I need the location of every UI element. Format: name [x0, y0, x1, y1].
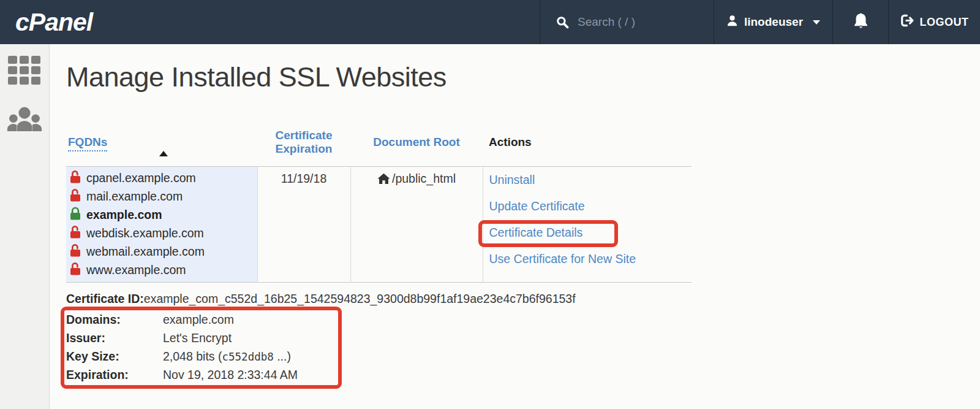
action-certificate-details[interactable]: Certificate Details	[489, 224, 583, 240]
username-label: linodeuser	[744, 15, 803, 29]
green-closed-lock-icon	[69, 207, 81, 224]
fqdn-item: webmail.example.com	[69, 243, 252, 261]
detail-row-domains: Domains: example.com	[66, 311, 334, 329]
caret-down-icon	[813, 20, 820, 25]
bell-icon	[853, 13, 869, 32]
sidebar	[0, 44, 50, 409]
grid-icon	[8, 56, 41, 88]
table-row: cpanel.example.com mail.example.com exam…	[66, 166, 692, 282]
fqdn-item: www.example.com	[69, 261, 252, 280]
navbar-right: linodeuser LOGOUT	[540, 0, 980, 44]
certificate-id-value: example_com_c552d_16b25_1542594823_9300d…	[144, 292, 576, 305]
red-open-lock-icon	[69, 170, 81, 187]
table-header-row: FQDNs Certificate Expiration Document Ro…	[66, 119, 692, 166]
detail-row-key-size: Key Size: 2,048 bits (c552ddb8 ...)	[66, 348, 334, 366]
action-use-certificate-new-site[interactable]: Use Certificate for New Site	[489, 251, 636, 267]
logout-label: LOGOUT	[920, 16, 969, 29]
search-section	[540, 0, 714, 44]
column-header-fqdns[interactable]: FQDNs	[68, 136, 107, 151]
action-uninstall[interactable]: Uninstall	[489, 172, 535, 188]
fqdns-cell: cpanel.example.com mail.example.com exam…	[66, 166, 257, 282]
column-header-actions: Actions	[483, 119, 692, 166]
home-icon	[377, 172, 392, 185]
column-header-certificate-expiration[interactable]: Certificate Expiration	[276, 129, 333, 155]
page-title: Manage Installed SSL Websites	[66, 58, 980, 97]
column-header-document-root[interactable]: Document Root	[373, 136, 459, 148]
document-root-cell: /public_html	[350, 166, 483, 282]
red-open-lock-icon	[69, 188, 81, 205]
ssl-websites-table: FQDNs Certificate Expiration Document Ro…	[66, 119, 692, 283]
fqdn-item: webdisk.example.com	[69, 224, 252, 243]
logout-icon	[900, 14, 914, 30]
main-content: Manage Installed SSL Websites FQDNs Cert…	[50, 44, 980, 409]
detail-row-issuer: Issuer: Let's Encrypt	[66, 329, 334, 348]
actions-cell: Uninstall Update Certificate Certificate…	[483, 166, 692, 282]
certificate-id-line: Certificate ID:example_com_c552d_16b25_1…	[66, 290, 980, 308]
certificate-expiration-cell: 11/19/18	[257, 166, 350, 282]
action-update-certificate[interactable]: Update Certificate	[489, 198, 585, 214]
certificate-id-label: Certificate ID:	[66, 292, 144, 305]
red-open-lock-icon	[69, 262, 81, 279]
user-icon	[726, 15, 738, 29]
sidebar-item-user-manager[interactable]	[7, 105, 42, 136]
red-open-lock-icon	[69, 243, 81, 261]
certificate-summary: Domains: example.com Issuer: Let's Encry…	[66, 311, 334, 384]
sort-ascending-icon	[159, 151, 168, 156]
fqdn-item: mail.example.com	[69, 188, 252, 206]
fqdn-item: cpanel.example.com	[69, 169, 252, 188]
red-open-lock-icon	[69, 225, 81, 242]
user-menu-button[interactable]: linodeuser	[714, 0, 832, 44]
detail-row-expiration: Expiration: Nov 19, 2018 2:33:44 AM	[66, 366, 334, 384]
search-input[interactable]	[578, 15, 706, 29]
search-icon	[556, 16, 569, 29]
top-navbar: cPanel linodeuser	[0, 0, 980, 44]
notifications-button[interactable]	[832, 0, 888, 44]
document-root-path: /public_html	[392, 172, 456, 185]
user-group-icon	[7, 107, 42, 135]
logout-button[interactable]: LOGOUT	[888, 0, 980, 44]
app-body: Manage Installed SSL Websites FQDNs Cert…	[0, 44, 980, 409]
fqdn-item-primary: example.com	[69, 206, 252, 224]
cpanel-logo[interactable]: cPanel	[15, 0, 92, 44]
sidebar-item-home[interactable]	[7, 56, 42, 87]
